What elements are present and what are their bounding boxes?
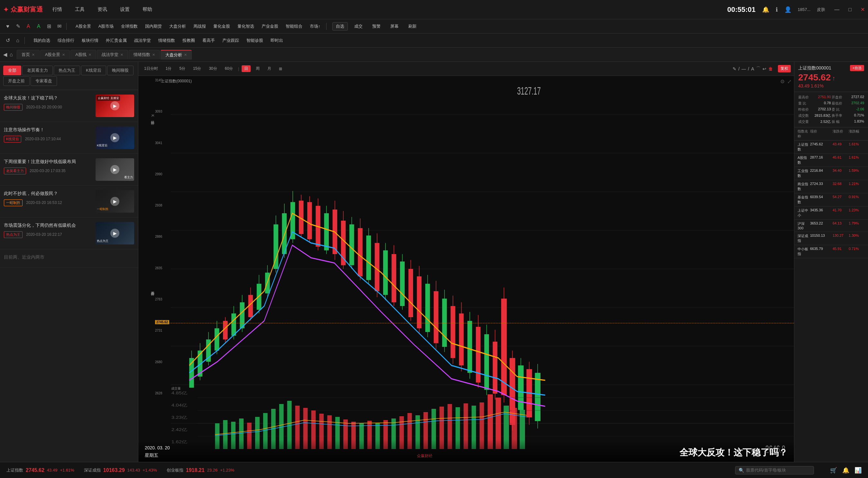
play-button-5[interactable]: ▶ <box>110 229 119 238</box>
play-button-3[interactable]: ▶ <box>110 165 119 174</box>
draw-tool-3[interactable]: — <box>742 66 746 71</box>
period-week[interactable]: 周 <box>253 65 262 72</box>
period-day[interactable]: 日 <box>242 65 251 72</box>
play-button-4[interactable]: ▶ <box>110 197 119 206</box>
bell-icon[interactable]: 🔔 <box>842 467 849 474</box>
video-item-3[interactable]: 下周很重要！注意做好中线低吸布局 老莫看主力 2020-03-20 17:03:… <box>0 154 138 186</box>
tab-back-arrow[interactable]: ◀ <box>3 52 7 58</box>
cat-tab-opening[interactable]: 开盘之前 <box>3 76 30 86</box>
video-item-6[interactable]: 目前两、近业内两市 <box>0 249 138 268</box>
video-thumb-5[interactable]: ▶ 热点为王 <box>96 222 134 245</box>
qn2-self-select[interactable]: 我的自选 <box>30 37 53 44</box>
tab-a-panorama-close[interactable]: ✕ <box>62 53 65 57</box>
qn2-smart-diag[interactable]: 智能诊股 <box>243 37 267 44</box>
tab-strategy[interactable]: 战法学堂 ✕ <box>97 50 128 59</box>
maximize-button[interactable]: □ <box>848 7 851 12</box>
cat-tab-kline[interactable]: K线背后 <box>81 66 106 75</box>
index-row-shzz[interactable]: 上证指数 2745.62 43.49 1.61% <box>794 140 868 154</box>
video-item-2[interactable]: 注意市场操作节奏！ K线背后 2020-03-20 17:10:44 ▶ K线背… <box>0 122 138 154</box>
tab-market-analysis[interactable]: 大盘分析 ✕ <box>160 50 192 60</box>
index-row-gyzs[interactable]: 工业指数 2216.84 34.40 1.59% <box>794 167 868 180</box>
tab-strategy-close[interactable]: ✕ <box>120 53 123 57</box>
qn-domestic-futures[interactable]: 国内期货 <box>142 23 165 30</box>
qn2-sector[interactable]: 板块行情 <box>79 37 102 44</box>
qn-global-index[interactable]: 全球指数 <box>118 23 141 30</box>
nav-item-news[interactable]: 资讯 <box>97 6 107 12</box>
qn-screen[interactable]: 屏幕 <box>387 23 402 30</box>
draw-tool-2[interactable]: / <box>738 66 740 71</box>
chart-expand-icon[interactable]: ⤢ <box>787 78 792 85</box>
nav-item-help[interactable]: 帮助 <box>143 6 152 12</box>
qn-a-panorama[interactable]: A股全景 <box>72 23 94 30</box>
draw-tool-back[interactable]: ↩ <box>763 66 766 71</box>
draw-tool-1[interactable]: ✎ <box>733 66 736 71</box>
draw-tool-curve[interactable]: ⌒ <box>756 66 761 72</box>
home-icon[interactable]: ⌂ <box>13 36 22 45</box>
period-month[interactable]: 月 <box>265 65 274 72</box>
heart-icon[interactable]: ♥ <box>3 22 12 31</box>
qn2-industry-track[interactable]: 产业跟踪 <box>219 37 242 44</box>
nav-item-tools[interactable]: 工具 <box>75 6 85 12</box>
undo-icon[interactable]: ↺ <box>3 36 12 45</box>
restore-rights-button[interactable]: 复权 <box>778 65 791 72</box>
index-row-hs300[interactable]: 沪深300 3653.22 64.13 1.79% <box>794 220 868 232</box>
video-thumb-2[interactable]: ▶ K线背后 <box>96 126 134 149</box>
cat-tab-expert[interactable]: 专家看盘 <box>31 76 57 86</box>
qn-self-select[interactable]: 自选 <box>332 22 348 31</box>
mail-icon[interactable]: ✉ <box>55 22 64 31</box>
tab-market-analysis-close[interactable]: ✕ <box>184 53 187 57</box>
index-row-shzx[interactable]: 上证中小 3435.36 41.70 1.23% <box>794 206 868 220</box>
index-row-zxbzs[interactable]: 中小板指 6635.79 45.91 0.71% <box>794 245 868 258</box>
tab-home[interactable]: 首页 ✕ <box>17 50 39 59</box>
qn-quant-select[interactable]: 量化智选 <box>234 23 257 30</box>
info-icon[interactable]: ℹ <box>776 6 778 13</box>
message-icon[interactable]: 🔔 <box>762 6 769 13</box>
tab-a-line[interactable]: A股线 ✕ <box>70 50 96 59</box>
video-thumb-1[interactable]: ▶ 众赢财经 直播室 <box>96 95 134 117</box>
period-30min[interactable]: 30分 <box>206 65 219 72</box>
tab-home-icon[interactable]: ⌂ <box>10 52 13 58</box>
qn-market-analysis[interactable]: 大盘分析 <box>166 23 189 30</box>
play-button-1[interactable]: ▶ <box>110 101 119 110</box>
qn2-sentiment[interactable]: 情绪指数 <box>155 37 178 44</box>
play-button-2[interactable]: ▶ <box>110 133 119 142</box>
video-thumb-3[interactable]: ▶ 看主力 <box>96 158 134 181</box>
index-row-syzs[interactable]: 商业指数 2724.33 32.68 1.21% <box>794 180 868 193</box>
video-item-4[interactable]: 此时不抄底，何必做股民？ 一昭制胜 2020-03-20 16:53:12 ▶ … <box>0 186 138 218</box>
period-1min[interactable]: 1分 <box>163 65 174 72</box>
minimize-button[interactable]: — <box>834 7 839 12</box>
video-item-1[interactable]: 全球大反攻！这下稳了吗？ 晚间聊股 2020-03-20 20:00:00 ▶ … <box>0 90 138 122</box>
qn2-forex[interactable]: 外汇贵金属 <box>103 37 130 44</box>
draw-tool-4[interactable]: / <box>748 66 749 71</box>
video-thumb-4[interactable]: ▶ 一昭制胜 <box>96 190 134 213</box>
qn2-edu[interactable]: 投教圈 <box>179 37 198 44</box>
tab-a-panorama[interactable]: A股全景 ✕ <box>40 50 70 59</box>
qn2-instant[interactable]: 即时出 <box>267 37 286 44</box>
qn2-ranking[interactable]: 综合排行 <box>54 37 78 44</box>
qn-trade[interactable]: 成交 <box>351 23 366 30</box>
tab-a-line-close[interactable]: ✕ <box>89 53 91 57</box>
skin-button[interactable]: 皮肤 <box>817 7 825 12</box>
cart-icon[interactable]: 🛒 <box>830 467 837 474</box>
chart-main[interactable]: 上证指数(000001) K线分析 基本面分析 3145 3093 3041 2… <box>138 76 794 462</box>
nav-item-settings[interactable]: 设置 <box>120 6 130 12</box>
search-input[interactable] <box>746 468 810 473</box>
period-grid[interactable]: ⊞ <box>276 66 285 72</box>
tab-sentiment-close[interactable]: ✕ <box>152 53 155 57</box>
nav-item-market[interactable]: 行情 <box>53 6 62 12</box>
app-logo[interactable]: ✦ 众赢财富通 <box>3 5 43 14</box>
qn-alert[interactable]: 预警 <box>369 23 384 30</box>
pencil-icon[interactable]: ✎ <box>13 22 23 31</box>
tab-home-close[interactable]: ✕ <box>32 53 35 57</box>
index-row-szcz[interactable]: 深证成指 10150.13 130.27 1.30% <box>794 232 868 245</box>
chart-icon[interactable]: 📊 <box>855 467 862 474</box>
cat-tab-all[interactable]: 全部 <box>3 66 21 75</box>
qn2-strategy[interactable]: 战法学堂 <box>131 37 154 44</box>
close-button[interactable]: ✕ <box>861 6 865 12</box>
video-item-5[interactable]: 市场震荡分化，下周仍然有低吸机会 热点为王 2020-03-20 16:22:1… <box>0 218 138 249</box>
qn-a-market[interactable]: A股市场 <box>95 23 117 30</box>
period-1day[interactable]: 1日分时 <box>142 65 160 72</box>
period-60min[interactable]: 60分 <box>222 65 236 72</box>
self-select-button[interactable]: +自选 <box>850 65 864 71</box>
qn-smart-portfolio[interactable]: 智能组合 <box>282 23 306 30</box>
